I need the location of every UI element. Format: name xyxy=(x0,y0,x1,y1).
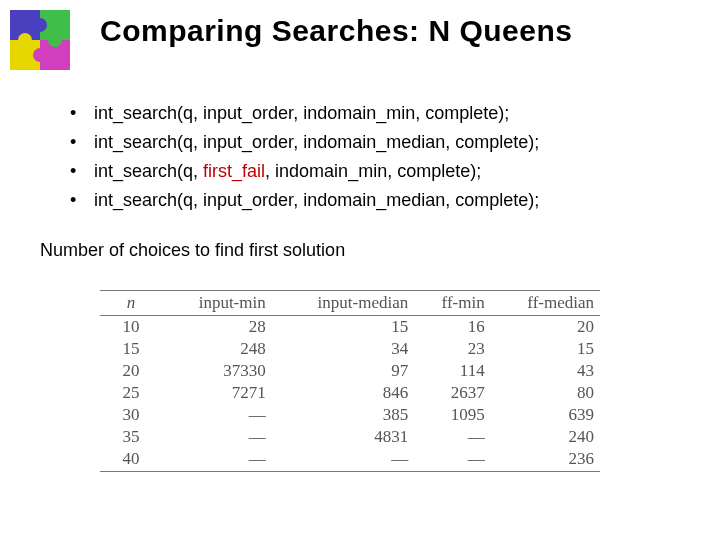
table-row: 15 248 34 23 15 xyxy=(100,338,600,360)
bullet-dot-icon: • xyxy=(70,158,94,185)
slide-title: Comparing Searches: N Queens xyxy=(100,14,700,48)
table-row: 20 37330 97 114 43 xyxy=(100,360,600,382)
bullet-dot-icon: • xyxy=(70,100,94,127)
bullet-text: int_search(q, first_fail, indomain_min, … xyxy=(94,158,481,185)
svg-point-5 xyxy=(48,33,62,47)
results-table: n input-min input-median ff-min ff-media… xyxy=(100,290,600,472)
bullet-text: int_search(q, input_order, indomain_medi… xyxy=(94,187,539,214)
bullet-item: • int_search(q, input_order, indomain_mi… xyxy=(70,100,680,127)
col-header-ff-median: ff-median xyxy=(491,291,600,316)
table-row: 40 — — — 236 xyxy=(100,448,600,472)
slide: Comparing Searches: N Queens • int_searc… xyxy=(0,0,720,540)
svg-point-7 xyxy=(18,33,32,47)
bullet-dot-icon: • xyxy=(70,129,94,156)
table-caption: Number of choices to find first solution xyxy=(40,240,345,261)
bullet-item: • int_search(q, input_order, indomain_me… xyxy=(70,187,680,214)
table-header-row: n input-min input-median ff-min ff-media… xyxy=(100,291,600,316)
puzzle-logo-icon xyxy=(10,10,70,70)
bullet-text: int_search(q, input_order, indomain_min,… xyxy=(94,100,509,127)
bullet-item: • int_search(q, first_fail, indomain_min… xyxy=(70,158,680,185)
svg-point-6 xyxy=(33,48,47,62)
bullet-dot-icon: • xyxy=(70,187,94,214)
svg-point-4 xyxy=(33,18,47,32)
first-fail-highlight: first_fail xyxy=(203,161,265,181)
bullet-text: int_search(q, input_order, indomain_medi… xyxy=(94,129,539,156)
bullet-list: • int_search(q, input_order, indomain_mi… xyxy=(70,100,680,216)
col-header-n: n xyxy=(100,291,162,316)
col-header-input-min: input-min xyxy=(162,291,272,316)
table-row: 35 — 4831 — 240 xyxy=(100,426,600,448)
table-body: 10 28 15 16 20 15 248 34 23 15 20 37330 … xyxy=(100,316,600,472)
col-header-input-median: input-median xyxy=(272,291,414,316)
table-row: 25 7271 846 2637 80 xyxy=(100,382,600,404)
bullet-item: • int_search(q, input_order, indomain_me… xyxy=(70,129,680,156)
col-header-ff-min: ff-min xyxy=(414,291,491,316)
table-row: 10 28 15 16 20 xyxy=(100,316,600,339)
table-row: 30 — 385 1095 639 xyxy=(100,404,600,426)
